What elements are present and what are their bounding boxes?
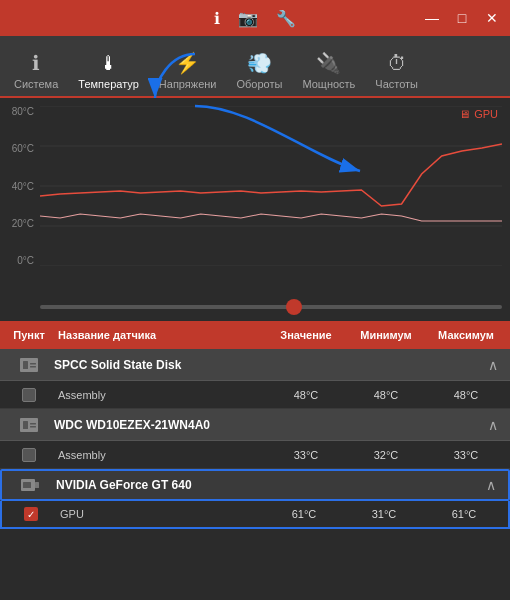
th-max: Максимум xyxy=(426,329,506,341)
chart-y-axis: 80°C 60°C 40°C 20°C 0°C xyxy=(0,106,38,266)
spcc-assembly-min: 48°C xyxy=(346,389,426,401)
y-label-80: 80°C xyxy=(0,106,38,117)
spcc-assembly-label: Assembly xyxy=(54,389,266,401)
legend-gpu-icon: 🖥 xyxy=(459,108,470,120)
tab-power-label: Мощность xyxy=(302,78,355,90)
wdc-name: WDC WD10EZEX-21WN4A0 xyxy=(54,418,488,432)
tab-clocks[interactable]: ⏱ Частоты xyxy=(365,48,428,96)
nvidia-gpu-check[interactable] xyxy=(24,507,38,521)
info-icon[interactable]: ℹ xyxy=(214,9,220,28)
device-row-nvidia: NVIDIA GeForce GT 640 ∧ xyxy=(0,469,510,501)
tab-clocks-label: Частоты xyxy=(375,78,418,90)
fans-icon: 💨 xyxy=(247,51,272,75)
chart-legend: 🖥 GPU xyxy=(459,108,498,120)
svg-rect-7 xyxy=(30,363,36,365)
minimize-button[interactable]: — xyxy=(422,10,442,26)
table-header: Пункт Название датчика Значение Минимум … xyxy=(0,321,510,349)
tab-system[interactable]: ℹ Система xyxy=(4,47,68,96)
spcc-assembly-checkbox[interactable] xyxy=(4,388,54,402)
nvidia-gpu-label: GPU xyxy=(56,508,264,520)
power-icon: 🔌 xyxy=(316,51,341,75)
svg-rect-9 xyxy=(20,418,38,432)
svg-rect-15 xyxy=(23,482,31,488)
tab-fans[interactable]: 💨 Обороты xyxy=(227,47,293,96)
svg-rect-6 xyxy=(23,361,28,369)
tab-fans-label: Обороты xyxy=(237,78,283,90)
wdc-assembly-row: Assembly 33°C 32°C 33°C xyxy=(0,441,510,469)
time-slider-thumb[interactable] xyxy=(286,299,302,315)
time-slider-track[interactable] xyxy=(40,305,502,309)
nvidia-gpu-row: GPU 61°C 31°C 61°C xyxy=(0,501,510,529)
voltage-icon: ⚡ xyxy=(175,51,200,75)
spcc-assembly-check[interactable] xyxy=(22,388,36,402)
th-punkt: Пункт xyxy=(4,329,54,341)
wdc-assembly-value: 33°C xyxy=(266,449,346,461)
tab-temperature[interactable]: 🌡 Температур xyxy=(68,48,149,98)
svg-rect-8 xyxy=(30,366,36,368)
temperature-chart: 80°C 60°C 40°C 20°C 0°C 🖥 GPU xyxy=(0,98,510,293)
maximize-button[interactable]: □ xyxy=(452,10,472,26)
camera-icon[interactable]: 📷 xyxy=(238,9,258,28)
tab-system-label: Система xyxy=(14,78,58,90)
y-label-0: 0°C xyxy=(0,255,38,266)
th-sensor-name: Название датчика xyxy=(54,329,266,341)
svg-rect-11 xyxy=(30,423,36,425)
device-row-wdc: WDC WD10EZEX-21WN4A0 ∧ xyxy=(0,409,510,441)
legend-gpu-label: GPU xyxy=(474,108,498,120)
svg-rect-5 xyxy=(20,358,38,372)
chart-svg xyxy=(40,106,502,266)
wdc-assembly-label: Assembly xyxy=(54,449,266,461)
wdc-assembly-max: 33°C xyxy=(426,449,506,461)
wdc-assembly-check[interactable] xyxy=(22,448,36,462)
wrench-icon[interactable]: 🔧 xyxy=(276,9,296,28)
y-label-40: 40°C xyxy=(0,181,38,192)
th-min: Минимум xyxy=(346,329,426,341)
svg-rect-10 xyxy=(23,421,28,429)
table-body: SPCC Solid State Disk ∧ Assembly 48°C 48… xyxy=(0,349,510,529)
close-button[interactable]: ✕ xyxy=(482,10,502,26)
y-label-20: 20°C xyxy=(0,218,38,229)
time-slider-row[interactable] xyxy=(0,293,510,321)
clocks-icon: ⏱ xyxy=(387,52,407,75)
system-icon: ℹ xyxy=(32,51,40,75)
nvidia-gpu-max: 61°C xyxy=(424,508,504,520)
svg-rect-12 xyxy=(30,426,36,428)
tab-power[interactable]: 🔌 Мощность xyxy=(292,47,365,96)
spcc-assembly-max: 48°C xyxy=(426,389,506,401)
wdc-chevron[interactable]: ∧ xyxy=(488,417,506,433)
nvidia-gpu-checkbox[interactable] xyxy=(6,507,56,521)
svg-rect-14 xyxy=(35,482,39,488)
tab-temperature-label: Температур xyxy=(78,78,139,90)
spcc-assembly-row: Assembly 48°C 48°C 48°C xyxy=(0,381,510,409)
wdc-assembly-min: 32°C xyxy=(346,449,426,461)
nvidia-gpu-value: 61°C xyxy=(264,508,344,520)
th-value: Значение xyxy=(266,329,346,341)
y-label-60: 60°C xyxy=(0,143,38,154)
nvidia-icon xyxy=(6,474,56,496)
wdc-assembly-checkbox[interactable] xyxy=(4,448,54,462)
title-bar-icons: ℹ 📷 🔧 xyxy=(214,9,296,28)
title-bar: ℹ 📷 🔧 — □ ✕ xyxy=(0,0,510,36)
nvidia-gpu-min: 31°C xyxy=(344,508,424,520)
nvidia-name: NVIDIA GeForce GT 640 xyxy=(56,478,486,492)
nav-tabs: ℹ Система 🌡 Температур ⚡ Напряжени 💨 Обо… xyxy=(0,36,510,98)
spcc-icon xyxy=(4,354,54,376)
device-row-spcc: SPCC Solid State Disk ∧ xyxy=(0,349,510,381)
tab-voltage-label: Напряжени xyxy=(159,78,217,90)
spcc-name: SPCC Solid State Disk xyxy=(54,358,488,372)
spcc-chevron[interactable]: ∧ xyxy=(488,357,506,373)
temperature-icon: 🌡 xyxy=(99,52,119,75)
tab-voltage[interactable]: ⚡ Напряжени xyxy=(149,47,227,96)
spcc-assembly-value: 48°C xyxy=(266,389,346,401)
window-controls: — □ ✕ xyxy=(422,10,502,26)
nvidia-chevron[interactable]: ∧ xyxy=(486,477,504,493)
wdc-icon xyxy=(4,414,54,436)
